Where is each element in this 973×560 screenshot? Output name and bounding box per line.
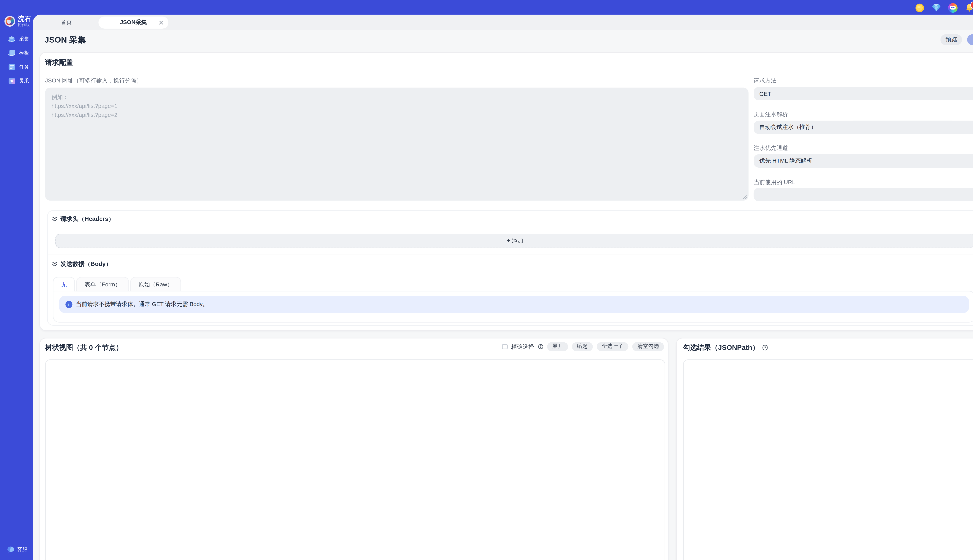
headers-section-toggle[interactable]: 请求头（Headers）: [52, 215, 114, 223]
support-label: 客服: [17, 546, 27, 553]
request-config-card: 请求配置 JSON 网址（可多行输入，换行分隔） 请求方法 GET 页面注水解析…: [39, 52, 973, 331]
collapse-button[interactable]: 缩起: [572, 342, 593, 351]
method-label: 请求方法: [754, 77, 777, 85]
diamond-icon[interactable]: [931, 3, 941, 12]
logo-phoenix-icon: [5, 16, 15, 27]
result-help-icon[interactable]: ?: [762, 345, 768, 350]
precise-select-label: 精确选择: [511, 343, 534, 351]
template-book-icon: [8, 48, 16, 57]
result-panel-title: 勾选结果（JSONPath）: [683, 343, 759, 352]
current-url-label: 当前使用的 URL: [754, 178, 795, 187]
result-content: [683, 359, 973, 560]
tab-bar: 首页 JSON采集: [33, 15, 973, 30]
add-header-button[interactable]: + 添加: [55, 234, 973, 248]
tab-json-collect[interactable]: JSON采集: [99, 17, 168, 28]
current-url-select[interactable]: [754, 188, 973, 202]
sidebar: 浣石 协作版 采集 模板 任务 灵采 客服: [0, 0, 33, 560]
coin-icon[interactable]: [915, 3, 925, 12]
channel-select[interactable]: 优先 HTML 静态解析: [754, 154, 973, 168]
precise-select-checkbox[interactable]: [502, 344, 508, 349]
system-tray: 1: [915, 3, 973, 13]
lingcai-window-icon: [8, 77, 16, 85]
support-button[interactable]: 客服: [7, 546, 27, 553]
assistant-bot-icon[interactable]: [948, 3, 958, 12]
double-chevron-down-icon: [52, 262, 57, 267]
headers-section-title: 请求头（Headers）: [60, 215, 114, 223]
sidebar-nav: 采集 模板 任务 灵采: [0, 32, 33, 88]
body-tab-raw[interactable]: 原始（Raw）: [130, 277, 181, 292]
body-section-title: 发送数据（Body）: [60, 260, 112, 268]
sidebar-item-label: 灵采: [19, 77, 29, 84]
tab-close-icon[interactable]: [159, 20, 163, 25]
url-label: JSON 网址（可多行输入，换行分隔）: [45, 77, 142, 85]
body-notice-banner: i 当前请求不携带请求体。通常 GET 请求无需 Body。: [59, 296, 969, 313]
channel-value: 优先 HTML 静态解析: [759, 157, 812, 165]
info-icon: i: [65, 301, 72, 308]
tree-controls: 精确选择 ? 展开 缩起 全选叶子 清空勾选: [502, 342, 664, 352]
resize-grip-icon[interactable]: [743, 195, 747, 199]
headers-body-section: 请求头（Headers） + 添加 发送数据（Body） 无 表单（Form） …: [47, 210, 973, 326]
body-notice-text: 当前请求不携带请求体。通常 GET 请求无需 Body。: [76, 300, 208, 308]
task-list-icon: [8, 63, 16, 71]
tree-view-content: [45, 359, 665, 560]
body-type-tabs: 无 表单（Form） 原始（Raw）: [53, 277, 181, 292]
section-divider: [48, 255, 973, 255]
body-tab-none[interactable]: 无: [53, 277, 75, 292]
body-section-toggle[interactable]: 发送数据（Body）: [52, 260, 112, 268]
body-tab-form[interactable]: 表单（Form）: [76, 277, 129, 292]
tab-home[interactable]: 首页: [61, 15, 72, 30]
section-title: 请求配置: [45, 58, 73, 67]
sidebar-item-template[interactable]: 模板: [0, 46, 33, 60]
collect-button[interactable]: 采集: [967, 34, 973, 45]
logo-subtitle: 协作版: [18, 22, 31, 27]
hydration-select[interactable]: 自动尝试注水（推荐）: [754, 120, 973, 134]
sidebar-item-lingcai[interactable]: 灵采: [0, 74, 33, 88]
hydration-value: 自动尝试注水（推荐）: [759, 123, 816, 131]
sidebar-item-label: 模板: [19, 49, 29, 56]
precise-select-help-icon[interactable]: ?: [538, 344, 543, 349]
body-tab-content: i 当前请求不携带请求体。通常 GET 请求无需 Body。: [53, 291, 973, 323]
result-panel: 勾选结果（JSONPath） ?: [676, 338, 973, 560]
select-all-leaves-button[interactable]: 全选叶子: [597, 342, 629, 351]
sidebar-item-label: 任务: [19, 63, 29, 70]
main-window: 首页 JSON采集 JSON 采集 预览 采集 请求配置 JSON 网址（可多行…: [33, 15, 973, 560]
method-value: GET: [759, 90, 771, 97]
tab-label: JSON采集: [120, 18, 147, 27]
logo-title: 浣石: [18, 15, 31, 22]
channel-label: 注水优先通道: [754, 144, 788, 152]
hydration-label: 页面注水解析: [754, 110, 788, 118]
tree-view-title: 树状视图（共 0 个节点）: [45, 343, 123, 352]
page-title: JSON 采集: [45, 34, 86, 46]
page-header: JSON 采集 预览 采集: [33, 30, 973, 49]
clear-selection-button[interactable]: 清空勾选: [632, 342, 664, 351]
notification-bell-icon[interactable]: 1: [965, 3, 973, 12]
chat-bubble-icon: [7, 546, 15, 553]
sidebar-item-task[interactable]: 任务: [0, 60, 33, 74]
json-url-input[interactable]: [45, 88, 749, 201]
preview-button[interactable]: 预览: [941, 34, 962, 45]
app-logo: 浣石 协作版: [5, 15, 31, 27]
sidebar-item-collect[interactable]: 采集: [0, 32, 33, 46]
expand-button[interactable]: 展开: [547, 342, 568, 351]
sidebar-item-label: 采集: [19, 35, 29, 42]
collect-cube-icon: [8, 35, 16, 43]
app-root: 1 浣石 协作版 采集 模板 任务: [0, 0, 973, 560]
double-chevron-down-icon: [52, 217, 57, 222]
method-select[interactable]: GET: [754, 87, 973, 100]
tree-view-panel: 树状视图（共 0 个节点） 精确选择 ? 展开 缩起 全选叶子 清空勾选: [39, 338, 669, 560]
